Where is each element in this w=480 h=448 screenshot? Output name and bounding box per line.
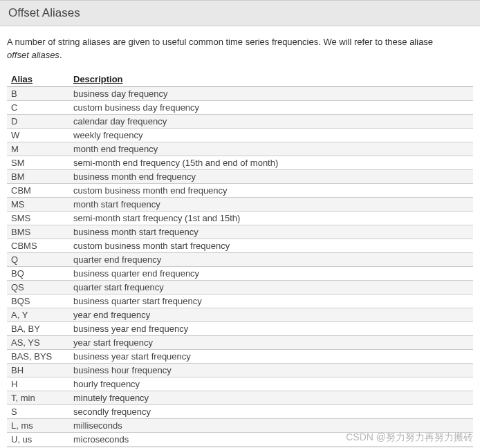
alias-cell: L, ms bbox=[7, 418, 69, 432]
description-cell: semi-month start frequency (1st and 15th… bbox=[69, 211, 473, 225]
col-header-description: Description bbox=[69, 72, 473, 87]
alias-table: Alias Description Bbusiness day frequenc… bbox=[7, 72, 473, 448]
table-row: BMbusiness month end frequency bbox=[7, 169, 473, 183]
description-cell: calendar day frequency bbox=[69, 114, 473, 128]
alias-cell: BM bbox=[7, 169, 69, 183]
alias-cell: D bbox=[7, 114, 69, 128]
description-cell: milliseconds bbox=[69, 418, 473, 432]
alias-cell: M bbox=[7, 142, 69, 156]
table-row: BQbusiness quarter end frequency bbox=[7, 266, 473, 280]
intro-text-3: . bbox=[59, 50, 62, 60]
alias-cell: MS bbox=[7, 197, 69, 211]
description-cell: secondly frequency bbox=[69, 404, 473, 418]
alias-cell: B bbox=[7, 86, 69, 100]
alias-cell: BQ bbox=[7, 266, 69, 280]
alias-cell: SMS bbox=[7, 211, 69, 225]
description-cell: business year start frequency bbox=[69, 349, 473, 363]
table-row: Ccustom business day frequency bbox=[7, 100, 473, 114]
intro-paragraph: A number of string aliases are given to … bbox=[0, 26, 480, 69]
table-row: Wweekly frequency bbox=[7, 128, 473, 142]
alias-cell: QS bbox=[7, 280, 69, 294]
description-cell: business day frequency bbox=[69, 86, 473, 100]
table-row: L, msmilliseconds bbox=[7, 418, 473, 432]
description-cell: business quarter start frequency bbox=[69, 294, 473, 308]
table-row: BHbusiness hour frequency bbox=[7, 363, 473, 377]
description-cell: custom business month end frequency bbox=[69, 183, 473, 197]
description-cell: month end frequency bbox=[69, 142, 473, 156]
alias-cell: BA, BY bbox=[7, 321, 69, 335]
description-cell: business month end frequency bbox=[69, 169, 473, 183]
table-row: Mmonth end frequency bbox=[7, 142, 473, 156]
table-row: U, usmicroseconds bbox=[7, 432, 473, 446]
intro-text-1: A number of string aliases are given to … bbox=[7, 37, 433, 47]
description-cell: business quarter end frequency bbox=[69, 266, 473, 280]
description-cell: microseconds bbox=[69, 432, 473, 446]
alias-cell: SM bbox=[7, 156, 69, 169]
description-cell: business month start frequency bbox=[69, 225, 473, 239]
table-row: Bbusiness day frequency bbox=[7, 86, 473, 100]
alias-cell: BMS bbox=[7, 225, 69, 239]
section-header: Offset Aliases bbox=[0, 0, 480, 26]
alias-cell: S bbox=[7, 404, 69, 418]
table-row: T, minminutely frequency bbox=[7, 391, 473, 404]
table-row: BQSbusiness quarter start frequency bbox=[7, 294, 473, 308]
alias-cell: BQS bbox=[7, 294, 69, 308]
intro-text-italic: offset aliases bbox=[7, 50, 59, 60]
col-header-alias: Alias bbox=[7, 72, 69, 87]
description-cell: business year end frequency bbox=[69, 321, 473, 335]
alias-cell: A, Y bbox=[7, 308, 69, 321]
description-cell: year start frequency bbox=[69, 335, 473, 349]
alias-table-container: Alias Description Bbusiness day frequenc… bbox=[0, 69, 480, 448]
table-row: QSquarter start frequency bbox=[7, 280, 473, 294]
section-title: Offset Aliases bbox=[8, 6, 472, 20]
description-cell: month start frequency bbox=[69, 197, 473, 211]
description-cell: custom business month start frequency bbox=[69, 239, 473, 252]
alias-cell: W bbox=[7, 128, 69, 142]
table-row: BAS, BYSbusiness year start frequency bbox=[7, 349, 473, 363]
alias-cell: Q bbox=[7, 252, 69, 266]
description-cell: quarter end frequency bbox=[69, 252, 473, 266]
table-row: SMSsemi-month start frequency (1st and 1… bbox=[7, 211, 473, 225]
description-cell: weekly frequency bbox=[69, 128, 473, 142]
table-row: MSmonth start frequency bbox=[7, 197, 473, 211]
table-row: Dcalendar day frequency bbox=[7, 114, 473, 128]
table-row: CBMScustom business month start frequenc… bbox=[7, 239, 473, 252]
alias-cell: CBMS bbox=[7, 239, 69, 252]
alias-cell: T, min bbox=[7, 391, 69, 404]
table-row: SMsemi-month end frequency (15th and end… bbox=[7, 156, 473, 169]
table-header-row: Alias Description bbox=[7, 72, 473, 87]
alias-cell: BH bbox=[7, 363, 69, 377]
alias-cell: U, us bbox=[7, 432, 69, 446]
alias-cell: CBM bbox=[7, 183, 69, 197]
alias-cell: BAS, BYS bbox=[7, 349, 69, 363]
table-row: BA, BYbusiness year end frequency bbox=[7, 321, 473, 335]
table-row: Qquarter end frequency bbox=[7, 252, 473, 266]
table-row: AS, YSyear start frequency bbox=[7, 335, 473, 349]
alias-cell: C bbox=[7, 100, 69, 114]
table-row: A, Yyear end frequency bbox=[7, 308, 473, 321]
table-row: CBMcustom business month end frequency bbox=[7, 183, 473, 197]
table-row: BMSbusiness month start frequency bbox=[7, 225, 473, 239]
description-cell: semi-month end frequency (15th and end o… bbox=[69, 156, 473, 169]
description-cell: quarter start frequency bbox=[69, 280, 473, 294]
description-cell: minutely frequency bbox=[69, 391, 473, 404]
alias-cell: H bbox=[7, 377, 69, 391]
description-cell: custom business day frequency bbox=[69, 100, 473, 114]
alias-cell: AS, YS bbox=[7, 335, 69, 349]
description-cell: hourly frequency bbox=[69, 377, 473, 391]
table-row: Ssecondly frequency bbox=[7, 404, 473, 418]
description-cell: year end frequency bbox=[69, 308, 473, 321]
description-cell: business hour frequency bbox=[69, 363, 473, 377]
table-row: Hhourly frequency bbox=[7, 377, 473, 391]
